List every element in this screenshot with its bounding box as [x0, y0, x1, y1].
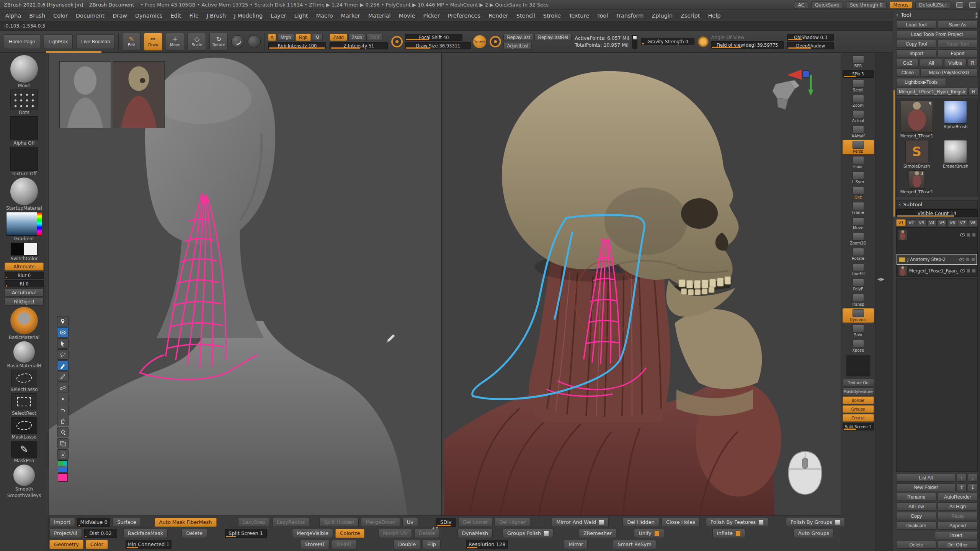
shelf-item[interactable]: Crease: [843, 414, 874, 422]
bottom-button[interactable]: Groups Polish: [503, 529, 554, 538]
list-all-button[interactable]: List All: [896, 474, 956, 482]
menu-item[interactable]: Movie: [399, 13, 415, 19]
sidebar-item[interactable]: Move: [10, 55, 38, 88]
subtool-version-tab[interactable]: V1: [896, 219, 906, 226]
paste-subtool-button[interactable]: Paste: [938, 512, 978, 520]
reference-thumbnail-anatomy[interactable]: [113, 61, 165, 128]
sidebar-item[interactable]: BasicMaterialB: [7, 341, 41, 368]
bottom-button[interactable]: Del Hidden: [622, 518, 659, 527]
menu-item[interactable]: Tool: [597, 13, 608, 19]
menu-item[interactable]: File: [189, 13, 199, 19]
subtool-version-tab[interactable]: V7: [958, 219, 967, 226]
sidebar-item[interactable]: Blur 0: [5, 272, 44, 279]
bottom-button[interactable]: Mirror And Weld: [552, 518, 609, 527]
home-page-button[interactable]: Home Page: [4, 34, 40, 49]
bottom-button[interactable]: Surface: [113, 518, 141, 527]
shelf-item[interactable]: Scroll: [843, 79, 874, 93]
tool-thumbnail[interactable]: 3 Merged_TPose1: [898, 101, 936, 139]
sidebar-item[interactable]: SelectLasso: [11, 370, 38, 392]
bottom-button[interactable]: Delete: [414, 529, 440, 538]
bottom-button[interactable]: Split Hidden: [319, 518, 359, 527]
cursor-icon[interactable]: [57, 338, 69, 349]
shelf-item[interactable]: BPR: [843, 55, 874, 69]
sidebar-item[interactable]: MaskPen: [11, 441, 37, 463]
copy-tool-button[interactable]: Copy Tool: [896, 40, 936, 48]
sidebar-item[interactable]: SelectRect: [11, 393, 37, 416]
bottom-button[interactable]: Smart ReSym: [613, 540, 656, 549]
bottom-button[interactable]: Del Higher: [495, 518, 530, 527]
import-button[interactable]: Import: [896, 49, 936, 57]
dot-icon[interactable]: [57, 394, 69, 404]
screen-icon[interactable]: [956, 2, 963, 8]
edit-button[interactable]: ✎ Edit: [122, 33, 140, 51]
bottom-button[interactable]: Geometry: [49, 540, 83, 549]
export-button[interactable]: Export: [938, 49, 978, 57]
all-low-button[interactable]: All Low: [896, 502, 936, 510]
menu-item[interactable]: Color: [53, 13, 68, 19]
titlebar-chip[interactable]: Menus: [890, 2, 912, 8]
shelf-item[interactable]: LineFill: [843, 262, 874, 277]
shelf-item[interactable]: [843, 354, 874, 378]
move-bottom-button[interactable]: ↧: [968, 483, 978, 491]
shelf-item[interactable]: Persp: [843, 140, 874, 154]
titlebar-chip[interactable]: QuickSave: [811, 2, 843, 8]
scroll-up-icons[interactable]: ▲▲: [975, 12, 978, 18]
shelf-item[interactable]: Actual: [843, 109, 874, 124]
reference-thumbnail-grey[interactable]: [59, 61, 111, 128]
bottom-button[interactable]: SDiv: [436, 518, 456, 527]
gravity-slider[interactable]: [632, 35, 637, 49]
zsub-button[interactable]: Zsub: [348, 34, 366, 41]
bottom-button[interactable]: Close Holes: [662, 518, 700, 527]
shelf-item[interactable]: AAHalf: [843, 125, 874, 139]
bottom-button[interactable]: StoreMT: [300, 540, 330, 549]
subtool-row-icons[interactable]: [960, 233, 976, 237]
subtool-row[interactable]: 5: [897, 242, 980, 254]
subtool-row-icons[interactable]: [960, 269, 976, 273]
sidebar-item[interactable]: AccuCurve: [5, 289, 44, 297]
clone-button[interactable]: Clone: [896, 68, 919, 77]
bottom-button[interactable]: Flip: [423, 540, 441, 549]
paint-bucket-icon[interactable]: [57, 427, 69, 437]
a-button[interactable]: A: [268, 34, 276, 41]
tool-panel-header[interactable]: ‹ Tool ▲▲: [896, 10, 978, 20]
focal-shift-slider[interactable]: Focal Shift 40: [405, 34, 462, 41]
lightbox-tools-button[interactable]: Lightbox▶Tools: [896, 78, 946, 86]
scale-button[interactable]: ◇ Scale: [188, 33, 206, 51]
field-of-view-slider[interactable]: Field of view(deg) 39.59775: [711, 41, 784, 49]
dynamic-draw-size-toggle[interactable]: Dynamic: [473, 35, 486, 48]
menu-item[interactable]: Preferences: [448, 13, 480, 19]
rgb-button[interactable]: Rgb: [296, 34, 311, 41]
bottom-button[interactable]: BackfaceMask: [123, 529, 168, 538]
bottom-button[interactable]: Min Connected 1: [126, 540, 172, 549]
subtool-version-tab[interactable]: V5: [938, 219, 947, 226]
color-swatch-blue[interactable]: [58, 467, 68, 473]
shelf-item[interactable]: Solo: [843, 324, 874, 338]
bottom-button[interactable]: ProjectAll: [49, 529, 82, 538]
bottom-button[interactable]: MidValue 0: [77, 518, 110, 527]
tool-thumbnail[interactable]: EraserBrush: [937, 140, 975, 169]
live-boolean-button[interactable]: Live Boolean: [76, 34, 115, 49]
all-high-button[interactable]: All High: [938, 502, 978, 510]
menu-item[interactable]: Brush: [29, 13, 45, 19]
sidebar-item[interactable]: Alpha Off: [10, 116, 38, 146]
draw-button[interactable]: ✏ Draw: [144, 33, 162, 51]
document-canvas[interactable]: [49, 53, 841, 515]
bottom-button[interactable]: Auto Groups: [794, 529, 834, 538]
load-tools-from-project-button[interactable]: Load Tools From Project: [896, 30, 978, 38]
color-swatch-green[interactable]: [58, 460, 68, 466]
shelf-item[interactable]: Frame: [843, 201, 874, 215]
mrgb-button[interactable]: Mrgb: [277, 34, 294, 41]
goz-r-button[interactable]: R: [968, 59, 978, 67]
menu-item[interactable]: Render: [488, 13, 508, 19]
subtool-row[interactable]: J Anatomy Step-2: [897, 254, 977, 265]
menu-item[interactable]: Alpha: [5, 13, 21, 19]
bottom-button[interactable]: Delete: [181, 529, 207, 538]
lasso-icon[interactable]: [57, 349, 69, 360]
menu-item[interactable]: Light: [294, 13, 308, 19]
shelf-item[interactable]: L.Sym: [843, 171, 874, 185]
shelf-item[interactable]: Move: [843, 217, 874, 231]
tool-thumbnail[interactable]: AlphaBrush: [937, 101, 975, 139]
subtool-version-tab[interactable]: V3: [917, 219, 926, 226]
bottom-button[interactable]: MergeDown: [361, 518, 400, 527]
subtool-version-tab[interactable]: V4: [927, 219, 937, 226]
